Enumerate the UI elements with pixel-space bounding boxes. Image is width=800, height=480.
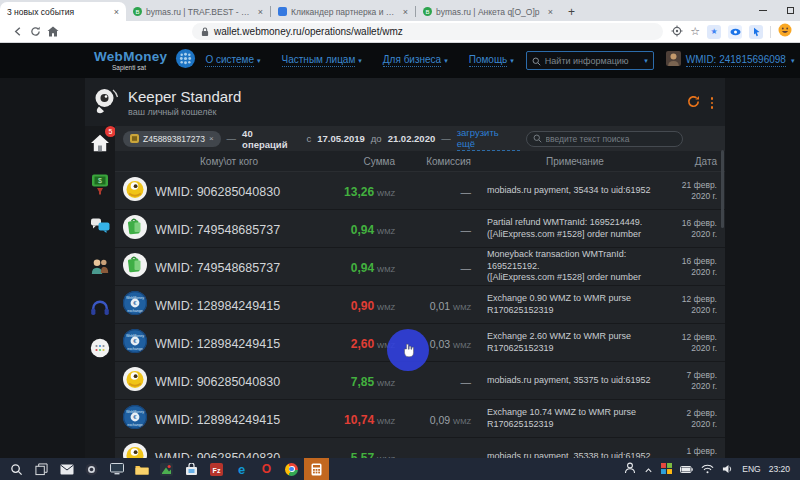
people-icon[interactable] [624,460,636,478]
table-row[interactable]: WMID: 906285040830 7,85WMZ — mobiads.ru … [115,362,725,400]
store-app-icon[interactable] [179,458,204,480]
summary-dash: — [227,133,237,144]
site-search-input[interactable] [545,56,640,66]
battery-icon[interactable] [680,460,693,478]
back-icon[interactable] [8,26,26,37]
new-tab-button[interactable]: + [560,5,583,21]
clock[interactable]: 23:20 [769,464,790,474]
extension-eye-icon[interactable] [728,25,742,39]
fee-currency: WMZ [453,303,471,312]
counterparty-wmid: WMID: 128984249415 [155,337,280,351]
maximize-icon[interactable] [787,7,794,14]
chrome-app-icon[interactable] [279,458,304,480]
table-row[interactable]: WebMoney€exchange WMID: 128984249415 0,9… [115,286,725,324]
table-row[interactable]: WMID: 906285040830 13,26WMZ — mobiads.ru… [115,172,725,210]
browser-app-icon[interactable] [79,458,104,480]
table-scrollbar[interactable] [721,150,724,228]
sidebar-item-contacts[interactable] [90,253,110,279]
edge-app-icon[interactable]: e [229,458,254,480]
browser-tab-2[interactable]: B bymas.ru | TRAF.BEST - отзывы × [126,2,270,21]
tab-close-icon[interactable]: × [256,7,263,17]
refresh-operations-icon[interactable] [687,94,700,112]
user-avatar[interactable] [666,51,681,70]
counterparty-icon [122,366,148,396]
defender-icon[interactable] [661,460,672,478]
bymas-favicon: B [133,7,142,16]
profile-avatar-smiley[interactable] [778,23,792,41]
counterparty-wmid: WMID: 906285040830 [155,451,280,459]
remove-filter-icon[interactable]: × [209,134,214,143]
nav-help[interactable]: Помощь▾ [469,54,514,67]
mail-app-icon[interactable] [54,458,79,480]
col-amount[interactable]: Сумма [303,156,395,167]
extension-pointer-icon[interactable] [749,25,763,39]
browser-tab-4[interactable]: B bymas.ru | Анкета q[O_O]p × [416,2,560,21]
date-line2: 2020 г. [663,267,717,278]
col-note[interactable]: Примечание [471,156,663,167]
clickunder-favicon [278,7,287,16]
date-line1: 1 февр. [663,446,717,457]
sidebar-item-home[interactable]: 5 [90,130,110,156]
taskbar-search-icon[interactable] [4,458,29,480]
tray-chevron-up-icon[interactable] [644,460,653,478]
opera-app-icon[interactable]: O [254,458,279,480]
address-bar[interactable]: wallet.webmoney.ru/operations/wallet/wmz [192,23,663,40]
fee-value: — [461,186,472,198]
chevron-down-icon[interactable]: ▾ [791,57,795,65]
note-line2: R170625152319 [487,419,663,431]
table-row[interactable]: WMID: 906285040830 5,57WMZ — mobiads.ru … [115,438,725,458]
load-more-link[interactable]: загрузить ещё [457,127,520,151]
tab-title: Кликандер партнерка и тизерн [291,7,397,17]
photos-app-icon[interactable] [154,458,179,480]
extension-star-icon[interactable]: ★ [707,25,721,39]
amount-value: 13,26 [344,185,374,199]
minimize-icon[interactable] [759,10,767,11]
nav-private[interactable]: Частным лицам▾ [282,54,362,67]
location-target-icon[interactable] [671,23,683,41]
volume-icon[interactable] [722,460,734,478]
note-line1: Exchange 10.74 WMZ to WMR purse [487,407,663,419]
tab-close-icon[interactable]: × [546,7,553,17]
webmoney-globe-icon [175,48,196,73]
site-search-box[interactable]: ▾ [526,51,654,70]
browser-tab-strip: 3 новых события × B bymas.ru | TRAF.BEST… [0,0,800,21]
tab-close-icon[interactable]: × [401,7,408,17]
browser-tab-active[interactable]: 3 новых события × [0,2,126,21]
remote-desktop-app-icon[interactable] [104,458,129,480]
col-date[interactable]: Дата [663,156,717,167]
more-menu-icon[interactable] [711,97,714,109]
nav-business[interactable]: Для бизнеса▾ [383,54,448,67]
calculator-app-icon[interactable] [304,458,329,480]
sidebar-item-services[interactable] [90,335,110,361]
amount-value: 0,94 [351,223,374,237]
nav-about-system[interactable]: О системе▾ [205,54,260,67]
table-row[interactable]: WMID: 749548685737 0,94WMZ — Moneyback t… [115,248,725,286]
fee-value: 0,09 [430,414,450,426]
col-fee[interactable]: Комиссия [395,156,471,167]
amount-value: 5,57 [351,451,374,459]
filezilla-app-icon[interactable]: Fz [204,458,229,480]
bookmark-star-icon[interactable]: ☆ [690,26,700,37]
webmoney-logo[interactable]: WebMoney Sapienti sat [94,50,167,72]
col-counterparty[interactable]: Кому\от кого [155,156,303,167]
file-explorer-icon[interactable] [129,458,154,480]
language-indicator[interactable]: ENG [742,464,760,474]
sidebar-item-support[interactable] [90,294,110,320]
wifi-icon[interactable] [701,460,714,478]
chevron-down-icon[interactable]: ▾ [644,57,648,65]
refresh-icon[interactable] [26,26,44,37]
table-row[interactable]: WMID: 749548685737 0,94WMZ — Partial ref… [115,210,725,248]
logo-text: WebMoney [94,50,167,64]
tab-close-icon[interactable]: × [112,7,119,17]
operations-search-input[interactable] [546,134,676,144]
browser-tab-3[interactable]: Кликандер партнерка и тизерн × [271,2,415,21]
sidebar-item-top-up[interactable]: $ [90,171,110,197]
counterparty-wmid: WMID: 128984249415 [155,413,280,427]
table-row[interactable]: WebMoney€exchange WMID: 128984249415 10,… [115,400,725,438]
operations-search-box[interactable] [526,131,683,147]
task-view-icon[interactable] [29,458,54,480]
sidebar-item-messages[interactable] [90,212,110,238]
wmid-link[interactable]: WMID: 241815696098 [686,54,786,67]
home-icon[interactable] [44,26,62,37]
purse-filter-chip[interactable]: Z458893817273 × [123,131,221,147]
